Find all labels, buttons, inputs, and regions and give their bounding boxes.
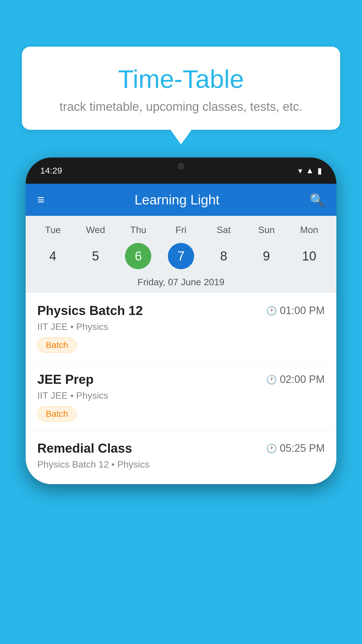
battery-icon: ▮ bbox=[317, 166, 322, 176]
clock-icon: 🕐 bbox=[266, 306, 277, 316]
schedule-item-time: 🕐 01:00 PM bbox=[266, 304, 325, 317]
calendar-day-name: Thu bbox=[121, 225, 156, 235]
phone-mockup: 14:29 ▾ ▲ ▮ ≡ Learning Light 🔍 TueWedThu… bbox=[26, 158, 336, 484]
schedule-item-time: 🕐 02:00 PM bbox=[266, 373, 325, 386]
status-bar: 14:29 ▾ ▲ ▮ bbox=[26, 158, 336, 184]
calendar-date[interactable]: 5 bbox=[82, 243, 109, 269]
schedule-item-header: Remedial Class🕐 05:25 PM bbox=[37, 441, 325, 456]
speech-bubble: Time-Table track timetable, upcoming cla… bbox=[22, 47, 340, 130]
calendar-date[interactable]: 9 bbox=[253, 243, 280, 269]
wifi-icon: ▾ bbox=[298, 166, 302, 176]
schedule-item-subtitle: IIT JEE • Physics bbox=[37, 390, 325, 401]
calendar-day-name: Fri bbox=[164, 225, 198, 235]
phone-wrapper: 14:29 ▾ ▲ ▮ ≡ Learning Light 🔍 TueWedThu… bbox=[26, 158, 336, 644]
schedule-list: Physics Batch 12🕐 01:00 PMIIT JEE • Phys… bbox=[26, 293, 336, 484]
calendar-date[interactable]: 4 bbox=[40, 243, 66, 269]
schedule-item-header: JEE Prep🕐 02:00 PM bbox=[37, 372, 325, 387]
schedule-item-title: Remedial Class bbox=[37, 441, 132, 456]
calendar-day-name: Mon bbox=[292, 225, 327, 235]
calendar-date[interactable]: 6 bbox=[125, 243, 151, 269]
schedule-item-title: JEE Prep bbox=[37, 372, 94, 387]
calendar-date[interactable]: 8 bbox=[211, 243, 237, 269]
camera bbox=[178, 163, 184, 170]
signal-icon: ▲ bbox=[306, 166, 314, 175]
clock-icon: 🕐 bbox=[266, 374, 277, 385]
schedule-item-subtitle: Physics Batch 12 • Physics bbox=[37, 459, 325, 470]
calendar-label: Friday, 07 June 2019 bbox=[26, 274, 336, 293]
status-time: 14:29 bbox=[40, 166, 62, 176]
schedule-item-title: Physics Batch 12 bbox=[37, 303, 143, 318]
notch bbox=[164, 158, 198, 175]
app-title: Learning Light bbox=[134, 192, 219, 208]
calendar-day-name: Tue bbox=[35, 225, 70, 235]
schedule-item-header: Physics Batch 12🕐 01:00 PM bbox=[37, 303, 325, 318]
calendar-section: TueWedThuFriSatSunMon 45678910 Friday, 0… bbox=[26, 216, 336, 293]
calendar-days-header: TueWedThuFriSatSunMon bbox=[26, 222, 336, 240]
calendar-day-name: Wed bbox=[78, 225, 113, 235]
batch-tag: Batch bbox=[37, 406, 77, 421]
schedule-item-subtitle: IIT JEE • Physics bbox=[37, 321, 325, 332]
hamburger-icon[interactable]: ≡ bbox=[37, 194, 45, 206]
schedule-item-time: 🕐 05:25 PM bbox=[266, 442, 325, 454]
status-icons: ▾ ▲ ▮ bbox=[298, 166, 322, 176]
search-icon[interactable]: 🔍 bbox=[310, 193, 325, 207]
app-header: ≡ Learning Light 🔍 bbox=[26, 184, 336, 216]
calendar-date[interactable]: 7 bbox=[168, 243, 194, 269]
calendar-date[interactable]: 10 bbox=[296, 243, 322, 269]
bubble-subtitle: track timetable, upcoming classes, tests… bbox=[36, 100, 326, 114]
schedule-item[interactable]: Physics Batch 12🕐 01:00 PMIIT JEE • Phys… bbox=[26, 293, 336, 362]
phone-screen: ≡ Learning Light 🔍 TueWedThuFriSatSunMon… bbox=[26, 184, 336, 484]
bubble-title: Time-Table bbox=[36, 64, 326, 94]
schedule-item[interactable]: JEE Prep🕐 02:00 PMIIT JEE • PhysicsBatch bbox=[26, 362, 336, 430]
calendar-day-name: Sun bbox=[249, 225, 284, 235]
calendar-day-name: Sat bbox=[206, 225, 241, 235]
calendar-dates: 45678910 bbox=[26, 240, 336, 274]
schedule-item[interactable]: Remedial Class🕐 05:25 PMPhysics Batch 12… bbox=[26, 430, 336, 484]
clock-icon: 🕐 bbox=[266, 443, 277, 454]
batch-tag: Batch bbox=[37, 337, 77, 353]
